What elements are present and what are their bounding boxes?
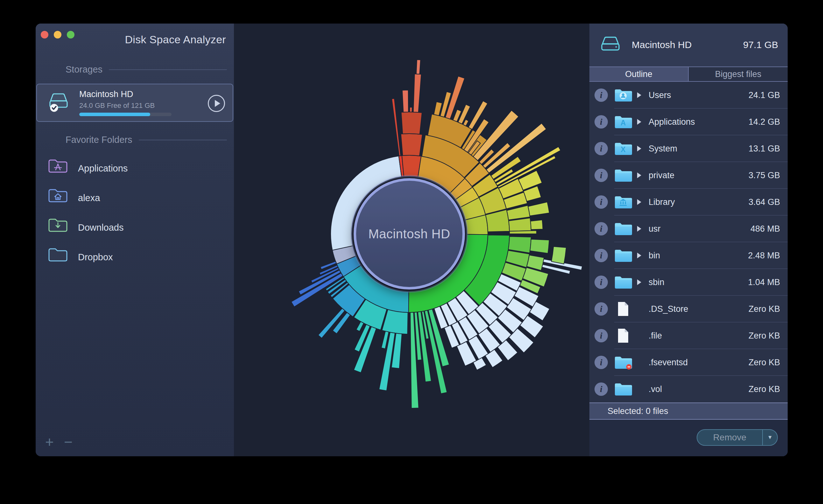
file-size: 1.04 MB (748, 278, 780, 287)
favorites-section-header: Favorite Folders (65, 135, 227, 145)
svg-text:A: A (621, 119, 626, 127)
disclosure-triangle-icon[interactable] (637, 253, 641, 259)
info-icon[interactable]: i (595, 276, 608, 289)
sidebar-item-downloads[interactable]: Downloads (36, 212, 234, 242)
sunburst-segment[interactable] (416, 60, 421, 74)
remove-button[interactable]: Remove ▼ (697, 429, 778, 446)
disk-icon (600, 36, 621, 54)
folder-icon (614, 221, 632, 236)
list-item[interactable]: i.DS_StoreZero KB (590, 296, 788, 322)
file-name: .file (649, 331, 662, 341)
disclosure-triangle-icon[interactable] (637, 279, 641, 285)
list-item[interactable]: iAApplications14.2 GB (590, 109, 788, 135)
info-icon[interactable]: i (595, 222, 608, 235)
divider (139, 140, 227, 140)
sidebar-item-alexa[interactable]: alexa (36, 183, 234, 212)
file-name: .vol (649, 384, 662, 394)
dropdown-arrow-icon[interactable]: ▼ (763, 430, 777, 445)
sidebar-item-applications[interactable]: Applications (36, 153, 234, 183)
sunburst-segment[interactable] (509, 231, 536, 234)
file-size: 13.1 GB (749, 144, 780, 154)
disclosure-triangle-icon[interactable] (637, 92, 641, 98)
sunburst-segment[interactable] (392, 99, 401, 156)
sidebar-item-label: Dropbox (78, 252, 113, 262)
list-item[interactable]: i.fseventsdZero KB (590, 349, 788, 376)
sunburst-chart[interactable]: Macintosh HD (234, 23, 590, 456)
file-name: .DS_Store (649, 304, 688, 314)
sunburst-segment[interactable] (401, 134, 423, 156)
disclosure-triangle-icon[interactable] (637, 119, 641, 125)
info-icon[interactable]: i (595, 142, 608, 155)
disclosure-triangle-icon[interactable] (637, 226, 641, 232)
folder-icon (614, 248, 632, 263)
disclosure-triangle-icon[interactable] (637, 146, 641, 151)
tab-outline[interactable]: Outline (590, 67, 688, 81)
sunburst-segment[interactable] (414, 74, 422, 112)
list-item[interactable]: isbin1.04 MB (590, 269, 788, 296)
minimize-button[interactable] (54, 31, 61, 38)
sunburst-segment[interactable] (409, 107, 412, 112)
file-icon (617, 328, 630, 343)
storages-section-label: Storages (65, 64, 103, 75)
panel-disk-name: Macintosh HD (632, 39, 691, 50)
info-icon[interactable]: i (595, 89, 608, 102)
file-size: 3.75 GB (749, 171, 780, 180)
scan-play-button[interactable] (208, 95, 225, 112)
remove-storage-button[interactable]: − (64, 434, 72, 450)
close-button[interactable] (41, 31, 48, 38)
list-item[interactable]: i.volZero KB (590, 376, 788, 402)
folder-icon (614, 355, 632, 370)
folder-icon: X (614, 141, 632, 156)
sunburst-segment[interactable] (401, 112, 422, 134)
info-icon[interactable]: i (595, 382, 608, 396)
sunburst-segment[interactable] (509, 218, 531, 231)
file-size: Zero KB (749, 358, 780, 367)
list-item[interactable]: iusr486 MB (590, 215, 788, 242)
sunburst-segment[interactable] (356, 322, 364, 332)
list-item[interactable]: ibin2.48 MB (590, 242, 788, 269)
svg-text:X: X (621, 145, 626, 154)
applications-folder-icon (48, 158, 68, 175)
panel-footer: Remove ▼ (590, 420, 788, 456)
info-icon[interactable]: i (595, 115, 608, 129)
sidebar-item-label: alexa (78, 192, 100, 203)
storage-name: Macintosh HD (79, 90, 133, 99)
disclosure-triangle-icon[interactable] (637, 172, 641, 178)
list-item[interactable]: iXSystem13.1 GB (590, 135, 788, 162)
sunburst-segment[interactable] (530, 239, 549, 254)
folder-icon (614, 275, 632, 290)
folder-icon (614, 382, 632, 396)
sunburst-segment[interactable] (528, 202, 549, 216)
info-icon[interactable]: i (595, 356, 608, 369)
folder-icon (614, 168, 632, 183)
tab-biggest-files[interactable]: Biggest files (688, 67, 788, 81)
add-storage-button[interactable]: + (45, 434, 54, 450)
list-item[interactable]: iprivate3.75 GB (590, 162, 788, 189)
file-size: 3.64 GB (749, 197, 780, 207)
sunburst-segment[interactable] (551, 246, 566, 264)
sunburst-segment[interactable] (402, 90, 408, 112)
sunburst-segment[interactable] (530, 220, 543, 230)
info-icon[interactable]: i (595, 249, 608, 262)
list-item[interactable]: iLibrary3.64 GB (590, 189, 788, 215)
selection-status-bar: Selected: 0 files (590, 402, 788, 420)
sunburst-segment[interactable] (508, 236, 531, 253)
info-icon[interactable]: i (595, 169, 608, 182)
storage-item-macintosh-hd[interactable]: Macintosh HD 24.0 GB Free of 121 GB (36, 84, 233, 122)
disclosure-triangle-icon[interactable] (637, 199, 641, 205)
list-item[interactable]: iUsers24.1 GB (590, 82, 788, 109)
chart-center-label: Macintosh HD (368, 227, 450, 241)
sunburst-segment[interactable] (485, 349, 503, 367)
sidebar-item-dropbox[interactable]: Dropbox (36, 242, 234, 272)
storage-free-space: 24.0 GB Free of 121 GB (79, 102, 155, 110)
info-icon[interactable]: i (595, 302, 608, 316)
file-name: Library (649, 197, 675, 207)
file-name: System (649, 144, 677, 154)
divider (109, 69, 227, 70)
zoom-button[interactable] (67, 31, 74, 38)
list-item[interactable]: i.fileZero KB (590, 322, 788, 349)
outline-panel: Macintosh HD 97.1 GB Outline Biggest fil… (590, 23, 788, 456)
info-icon[interactable]: i (595, 195, 608, 209)
info-icon[interactable]: i (595, 329, 608, 342)
folder-icon: A (614, 115, 632, 129)
